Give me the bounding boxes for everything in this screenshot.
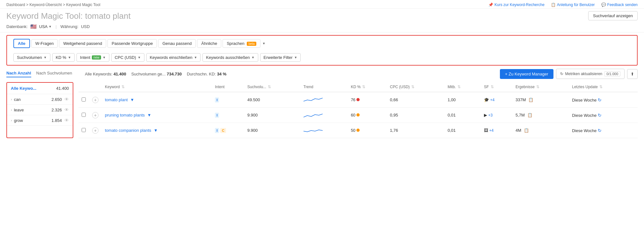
add-to-keyword-manager-button[interactable]: + Zu Keyword Manager	[500, 69, 553, 79]
intent-badge: I	[215, 97, 219, 102]
row-intent: I C	[212, 123, 244, 138]
add-keyword-button[interactable]: +	[92, 97, 99, 103]
tab-genau[interactable]: Genau passend	[158, 39, 196, 48]
db-label: Datenbank:	[6, 24, 28, 29]
sort-icon: ⇅	[411, 85, 414, 89]
th-sf: SF ⇅	[481, 82, 512, 92]
stats-bar: Nach Anzahl Nach Suchvolumen Alle Keywor…	[0, 66, 644, 82]
row-checkbox[interactable]	[78, 108, 89, 123]
filter-exclude[interactable]: Keywords ausschließen ▼	[202, 53, 258, 62]
th-suchvolumen: Suchvolu... ⇅	[244, 82, 300, 92]
update-metrics-button[interactable]: ↻ Metriken aktualisieren 0/1.000	[556, 69, 625, 79]
sort-icon: ⇅	[121, 85, 125, 89]
th-update: Letztes Update ⇅	[569, 82, 638, 92]
tab-alle[interactable]: Alle	[13, 39, 30, 48]
filter-cpc[interactable]: CPC (USD) ▼	[111, 53, 144, 62]
row-cpc: 0,95	[387, 108, 444, 123]
row-ergebnisse: 337M 📋	[512, 92, 569, 108]
tab-weitgehend[interactable]: Weitgehend passend	[59, 39, 106, 48]
sort-icon: ⇅	[457, 85, 461, 89]
row-update: Diese Woche ↻	[569, 92, 638, 108]
add-keyword-button[interactable]: +	[92, 112, 99, 118]
link-kurs[interactable]: 📌 Kurs zur Keyword-Recherche	[488, 3, 545, 7]
refresh-icon[interactable]: ↻	[598, 97, 602, 102]
keyword-link[interactable]: pruning tomato plants	[105, 113, 145, 117]
trend-chart	[304, 111, 323, 118]
keyword-dropdown-icon[interactable]: ▼	[154, 128, 158, 133]
sf-video-icon: ▶	[484, 113, 487, 117]
sidebar-all-keywords: Alle Keywo...	[11, 86, 36, 91]
add-keyword-button[interactable]: +	[92, 127, 99, 134]
row-update: Diese Woche ↻	[569, 123, 638, 138]
keyword-link[interactable]: tomato plant	[105, 97, 128, 102]
refresh-icon[interactable]: ↻	[598, 113, 602, 118]
sort-icon: ⇅	[362, 85, 365, 89]
view-tab-suchvolumen[interactable]: Nach Suchvolumen	[36, 71, 72, 77]
chevron-down-icon: ▼	[194, 56, 197, 59]
sidebar-header: Alle Keywo... 41.400	[7, 83, 73, 94]
th-trend: Trend	[300, 82, 348, 92]
tabs-row: Alle W-Fragen Weitgehend passend Passend…	[13, 39, 631, 51]
breadcrumb: Dashboard > Keyword-Übersicht > Keyword …	[6, 3, 100, 7]
row-checkbox[interactable]	[78, 123, 89, 138]
keyword-dropdown-icon[interactable]: ▼	[130, 97, 134, 102]
link-anleitung[interactable]: 📋 Anleitung für Benutzer	[551, 3, 595, 7]
beta-badge: beta	[247, 42, 256, 46]
th-mitb: Mitb. ⇅	[444, 82, 481, 92]
chevron-right-icon: ›	[11, 108, 12, 112]
tab-sprachen[interactable]: Sprachen beta	[223, 39, 260, 48]
sort-icon: ⇅	[491, 85, 494, 89]
row-intent: I	[212, 92, 244, 108]
keyword-link[interactable]: tomato companion plants	[105, 128, 151, 133]
intent-badge: I	[215, 113, 219, 118]
book-icon: 📋	[551, 3, 556, 7]
refresh-icon[interactable]: ↻	[598, 128, 602, 133]
sort-icon: ⇅	[536, 85, 539, 89]
intent-badge-c: C	[220, 128, 226, 133]
main-content: Alle Keywo... 41.400 › can 2.650 👁 › lea…	[0, 82, 644, 138]
row-kd: 50	[348, 123, 387, 138]
export-button[interactable]: ⬆	[627, 69, 638, 79]
kd-dot-orange	[356, 129, 360, 132]
row-mitb: 0,01	[444, 123, 481, 138]
row-add[interactable]: +	[89, 108, 102, 123]
breadcrumb-keyword-ubersicht[interactable]: Keyword-Übersicht	[29, 3, 62, 7]
db-dropdown[interactable]: USA ▼	[39, 24, 52, 29]
tab-passende[interactable]: Passende Wortgruppe	[107, 39, 157, 48]
filter-include[interactable]: Keywords einschließen ▼	[146, 53, 201, 62]
row-suchvolumen: 9.900	[244, 108, 300, 123]
sidebar-item-can[interactable]: › can 2.650 👁	[7, 94, 73, 105]
tab-ahnliche[interactable]: Ähnliche	[197, 39, 221, 48]
filter-advanced[interactable]: Erweiterte Filter ▼	[260, 53, 301, 62]
history-button[interactable]: Suchverlauf anzeigen	[588, 11, 638, 20]
row-add[interactable]: +	[89, 92, 102, 108]
th-kd: KD % ⇅	[348, 82, 387, 92]
keyword-dropdown-icon[interactable]: ▼	[147, 113, 151, 117]
th-add	[89, 82, 102, 92]
chevron-down-icon: ▼	[103, 56, 106, 59]
filters-row: Suchvolumen ▼ KD % ▼ Intent new ▼ CPC (U…	[13, 51, 631, 65]
breadcrumb-current: Keyword Magic Tool	[66, 3, 100, 7]
page-title: Keyword Magic Tool: tomato plant	[6, 11, 131, 21]
tabs-more-chevron[interactable]: ▼	[262, 42, 266, 45]
eye-icon: 👁	[64, 97, 69, 102]
row-checkbox[interactable]	[78, 92, 89, 108]
view-tab-anzahl[interactable]: Nach Anzahl	[6, 71, 31, 77]
sidebar-item-leave[interactable]: › leave 2.326 👁	[7, 105, 73, 115]
sort-icon: ⇅	[268, 85, 271, 89]
filter-kd[interactable]: KD % ▼	[52, 53, 75, 62]
stats-info: Alle Keywords: 41.400 Suchvolumen ge... …	[85, 72, 226, 76]
row-mitb: 0,01	[444, 108, 481, 123]
row-add[interactable]: +	[89, 123, 102, 138]
row-keyword: tomato plant ▼	[102, 92, 212, 108]
tab-w-fragen[interactable]: W-Fragen	[31, 39, 58, 48]
chevron-down-icon: ▼	[44, 56, 47, 59]
kd-dot-orange	[356, 113, 360, 117]
row-trend	[300, 92, 348, 108]
filter-suchvolumen[interactable]: Suchvolumen ▼	[13, 53, 50, 62]
sidebar-item-grow[interactable]: › grow 1.854 👁	[7, 115, 73, 126]
chevron-down-icon: ▼	[138, 56, 141, 59]
link-feedback[interactable]: 💬 Feedback senden	[601, 3, 638, 7]
breadcrumb-dashboard[interactable]: Dashboard	[6, 3, 25, 7]
filter-intent[interactable]: Intent new ▼	[77, 53, 109, 62]
